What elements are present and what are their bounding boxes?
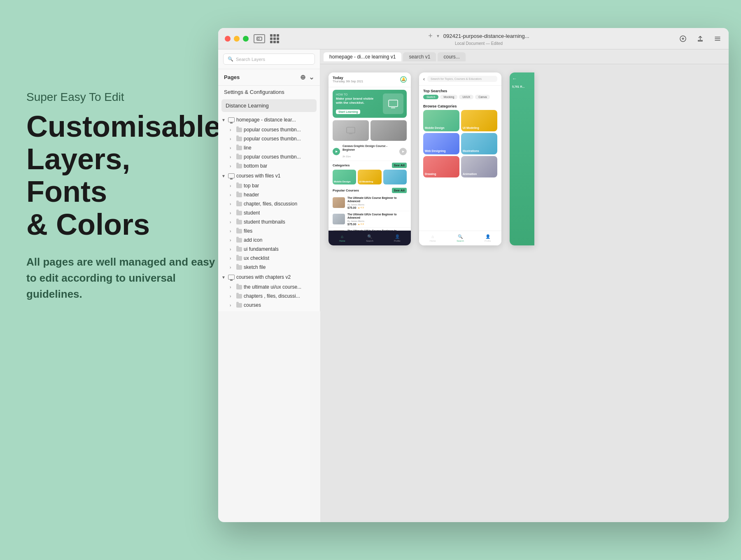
close-button[interactable]: [225, 36, 231, 42]
layer-courses[interactable]: › courses: [226, 301, 320, 310]
search-nav-search[interactable]: 🔍 Search: [447, 234, 474, 242]
layer-sketch-file[interactable]: › sketch file: [226, 263, 320, 272]
minimize-button[interactable]: [234, 36, 240, 42]
chevron-icon: ›: [230, 247, 235, 252]
popular-price-row-2: $75.00 ★ 4.9: [347, 223, 407, 226]
layer-bottom-bar[interactable]: › bottom bar: [226, 161, 320, 170]
filename-label: 092421-purpose-distance-learning...: [443, 33, 529, 39]
hp-banner-title: Make your brand visible with the checkli…: [336, 97, 380, 105]
canvas-tabs: homepage - di...ce learning v1 search v1…: [320, 49, 729, 64]
hp-start-btn[interactable]: Start Learning: [336, 110, 360, 114]
add-button[interactable]: +: [428, 32, 433, 40]
chevron-icon: ›: [230, 229, 235, 233]
chip-sketch[interactable]: Sketch: [423, 95, 438, 99]
hp-nav-search-label: Search: [366, 240, 373, 242]
tab-search[interactable]: search v1: [403, 52, 436, 61]
hp-see-all-popular[interactable]: See All: [392, 188, 407, 193]
chevron-icon: ›: [230, 155, 235, 159]
grid-tool-icon[interactable]: [270, 34, 279, 43]
hp-nav-home-label: Home: [339, 240, 345, 242]
hp-nav-profile[interactable]: 👤 Profile: [383, 234, 411, 242]
top-searches-title: Top Searches: [419, 86, 501, 95]
layer-popular1[interactable]: › popular courses thumbn...: [226, 125, 320, 134]
browse-item-animation[interactable]: Animation: [461, 156, 497, 177]
prototype-icon[interactable]: [678, 34, 687, 43]
layer-line[interactable]: › line: [226, 143, 320, 152]
hp-nav-home[interactable]: ⌂ Home: [329, 234, 356, 242]
dropdown-arrow[interactable]: ▼: [436, 34, 440, 38]
layer-student-thumbnails[interactable]: › student thumbnails: [226, 217, 320, 226]
layer-ultimate-course[interactable]: › the ultimate ui/ux course...: [226, 282, 320, 292]
browse-item-ui[interactable]: UI Modeling: [461, 110, 497, 131]
layer-top-bar[interactable]: › top bar: [226, 181, 320, 190]
homepage-screen: Today Thursday, 9th Sep 2021 🔔 HOW TO Ma…: [329, 72, 411, 245]
browse-item-drawing[interactable]: Drawing: [423, 156, 459, 177]
courses-chapters-group-row[interactable]: ▼ courses with chapters v2: [218, 272, 320, 282]
left-panel: Super Easy To Edit Customisable Layers, …: [26, 91, 216, 302]
layer-label: top bar: [244, 183, 259, 189]
layer-header[interactable]: › header: [226, 190, 320, 199]
popular-rating-1: ★ 4.9: [358, 206, 364, 209]
chip-canva[interactable]: Canva: [475, 95, 490, 99]
hp-nav-search[interactable]: 🔍 Search: [356, 234, 384, 242]
chevron-icon: ›: [230, 128, 235, 132]
layer-student[interactable]: › student: [226, 208, 320, 217]
search-bottom-nav: ⌂ Home 🔍 Search 👤 Profile: [419, 231, 501, 245]
search-input[interactable]: 🔍 Search Layers: [223, 54, 315, 65]
add-page-icon[interactable]: ⊕: [300, 73, 305, 81]
layer-chapters-files[interactable]: › chapters , files, discussi...: [226, 292, 320, 301]
layer-ux-checklist[interactable]: › ux checklist: [226, 254, 320, 263]
back-arrow-icon[interactable]: ‹: [423, 76, 425, 82]
hp-popular-item-2: The Ultimate UI/Ux Course Beginner to Ad…: [329, 211, 411, 228]
frame-tool-icon[interactable]: [254, 34, 265, 43]
settings-icon[interactable]: [713, 34, 722, 43]
layer-popular2[interactable]: › popular courses thumbn...: [226, 134, 320, 143]
page-distance-learning[interactable]: Distance Learning: [221, 99, 317, 112]
layer-label: ui fundamentals: [244, 246, 279, 252]
layer-label: chapters , files, discussi...: [244, 293, 300, 299]
bell-icon[interactable]: 🔔: [400, 76, 407, 83]
browse-item-web[interactable]: Web Designing: [423, 133, 459, 154]
homepage-group-row[interactable]: ▼ homepage - distance lear...: [218, 114, 320, 125]
layer-label: line: [244, 145, 252, 151]
hp-play-btn-1[interactable]: ▶: [333, 148, 340, 155]
chevron-icon: ▼: [221, 118, 226, 122]
layer-label: bottom bar: [244, 163, 267, 169]
layer-label: ux checklist: [244, 255, 269, 261]
layer-add-icon[interactable]: › add icon: [226, 236, 320, 245]
maximize-button[interactable]: [243, 36, 249, 42]
chip-uiux[interactable]: UI/UX: [459, 95, 473, 99]
tab-courses[interactable]: cours...: [438, 52, 465, 61]
layer-chapter-files[interactable]: › chapter, files, discussion: [226, 199, 320, 208]
browse-label-ui: UI Modeling: [463, 126, 479, 130]
hp-popular-header: Popular Courses See All: [329, 186, 411, 195]
folder-icon: [236, 220, 242, 224]
hp-bottom-nav: ⌂ Home 🔍 Search 👤 Profile: [329, 231, 411, 245]
homepage-group-label: homepage - distance lear...: [236, 117, 296, 123]
layer-label: header: [244, 192, 259, 198]
browse-item-illus[interactable]: Illustrations: [461, 133, 497, 154]
search-nav-profile[interactable]: 👤 Profile: [474, 234, 501, 242]
hp-cat-mobile: Mobile Design: [333, 170, 356, 184]
folder-icon: [236, 256, 242, 261]
hp-how-to: HOW TO: [336, 93, 380, 96]
pages-header: Pages ⊕ ⌄: [218, 69, 320, 86]
share-icon[interactable]: [696, 34, 705, 43]
hp-date-row: Today Thursday, 9th Sep 2021 🔔: [333, 76, 407, 83]
layer-label: student thumbnails: [244, 219, 285, 225]
page-settings[interactable]: Settings & Configurations: [218, 86, 320, 98]
browse-item-mobile[interactable]: Mobile Design: [423, 110, 459, 131]
hp-play-btn-2[interactable]: ▶: [399, 148, 407, 155]
search-field[interactable]: Search for Topics, Courses & Educators: [427, 76, 497, 82]
folder-icon: [236, 146, 242, 150]
chip-mocking[interactable]: Mocking: [440, 95, 457, 99]
layer-files[interactable]: › files: [226, 226, 320, 236]
layer-popular3[interactable]: › popular courses thumbn...: [226, 152, 320, 161]
layer-ui-fundamentals[interactable]: › ui fundamentals: [226, 245, 320, 254]
hp-see-all[interactable]: See All: [392, 163, 407, 168]
courses-files-group-row[interactable]: ▼ courses with files v1: [218, 170, 320, 181]
chevron-down-icon[interactable]: ⌄: [309, 73, 314, 81]
tab-homepage[interactable]: homepage - di...ce learning v1: [324, 52, 401, 61]
search-nav-home[interactable]: ⌂ Home: [419, 234, 447, 242]
main-heading: Customisable Layers, Fonts & Colors: [26, 110, 216, 241]
